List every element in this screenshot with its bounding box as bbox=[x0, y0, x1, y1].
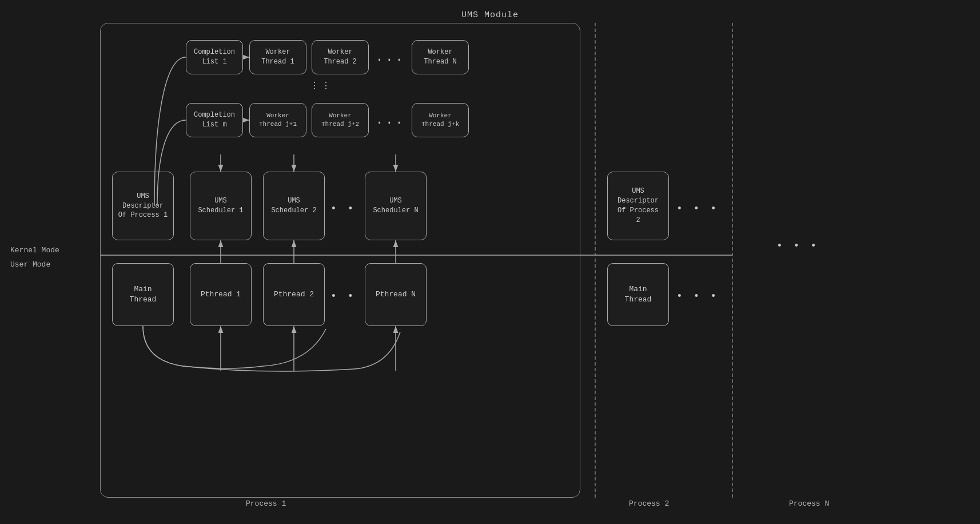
ums-scheduler-N: UMS Scheduler N bbox=[365, 172, 427, 240]
process1-label: Process 1 bbox=[246, 499, 286, 508]
ums-scheduler-1: UMS Scheduler 1 bbox=[190, 172, 252, 240]
row2-dots: ... bbox=[376, 113, 405, 128]
far-right-dots: • • • bbox=[776, 240, 819, 252]
worker-thread-1: Worker Thread 1 bbox=[249, 40, 306, 74]
kernel-mode-label: Kernel Mode bbox=[10, 246, 59, 255]
vdash1 bbox=[595, 23, 596, 498]
worker-thread-N: Worker Thread N bbox=[412, 40, 469, 74]
pthread-N: Pthread N bbox=[365, 263, 427, 326]
processN-label: Process N bbox=[789, 499, 829, 508]
pthread-2: Pthread 2 bbox=[263, 263, 325, 326]
vertical-dots-between-rows2: ⋮ bbox=[320, 80, 332, 92]
worker-thread-j2: Worker Thread j+2 bbox=[312, 103, 369, 137]
ums-descriptor-p1: UMS Descriptor Of Process 1 bbox=[112, 172, 174, 240]
ums-descriptor-p2: UMS Descriptor Of Process 2 bbox=[607, 172, 669, 240]
process1-outer-box bbox=[100, 23, 580, 498]
vertical-dots-between-rows: ⋮ bbox=[309, 80, 320, 92]
p2-kernel-dots: • • • bbox=[676, 203, 719, 215]
ums-module-title: UMS Module bbox=[461, 10, 519, 20]
worker-thread-2: Worker Thread 2 bbox=[312, 40, 369, 74]
main-container: UMS Module Kernel Mode User Mode Process… bbox=[0, 0, 980, 524]
completion-list-m: Completion List m bbox=[186, 103, 243, 137]
p2-user-dots: • • • bbox=[676, 291, 719, 302]
main-thread: Main Thread bbox=[112, 263, 174, 326]
pthread-1: Pthread 1 bbox=[190, 263, 252, 326]
row1-dots: ... bbox=[376, 50, 405, 65]
user-mode-label: User Mode bbox=[10, 260, 50, 269]
main-thread-p2: Main Thread bbox=[607, 263, 669, 326]
worker-thread-j1: Worker Thread j+1 bbox=[249, 103, 306, 137]
process2-label: Process 2 bbox=[629, 499, 669, 508]
mode-divider bbox=[100, 255, 732, 256]
completion-list-1: Completion List 1 bbox=[186, 40, 243, 74]
worker-thread-jk: Worker Thread j+k bbox=[412, 103, 469, 137]
vdash2 bbox=[732, 23, 733, 498]
ums-scheduler-2: UMS Scheduler 2 bbox=[263, 172, 325, 240]
